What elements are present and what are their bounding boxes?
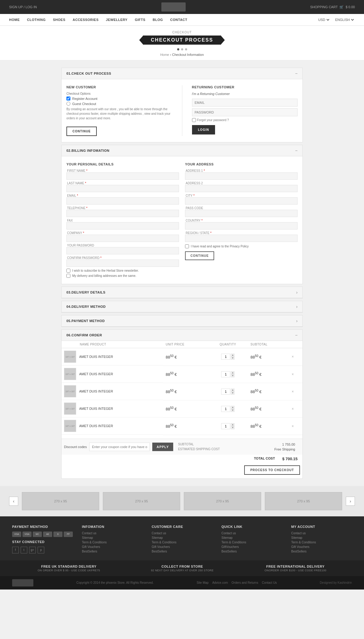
forgot-password-checkbox[interactable] [192, 118, 196, 122]
process-checkout-button[interactable]: PROCESS TO CHECKOUT [244, 465, 300, 475]
footer-care-gift[interactable]: Gift Vouchers [152, 545, 212, 549]
login-button[interactable]: LOGIN [192, 125, 215, 134]
qty-up-3[interactable]: ▲ [231, 406, 234, 409]
guest-checkout-radio[interactable] [66, 102, 70, 106]
strip-next-button[interactable]: › [346, 497, 355, 506]
country-input[interactable] [185, 222, 298, 229]
footer-quick-best[interactable]: BestSellers [221, 550, 282, 553]
footer-info-terms[interactable]: Term & Conditions [82, 541, 143, 544]
confirm-order-header[interactable]: 06.CONFIRM ORDER − [62, 330, 302, 341]
confirm-password-input[interactable] [66, 260, 179, 267]
company-input[interactable] [66, 235, 179, 242]
remove-button-1[interactable]: × [292, 372, 294, 376]
register-account-checkbox[interactable] [66, 97, 70, 100]
footer-care-best[interactable]: BestSellers [152, 550, 212, 553]
pinterest-icon[interactable]: p [38, 547, 44, 553]
qty-down-0[interactable]: ▼ [231, 357, 234, 360]
remove-button-3[interactable]: × [292, 407, 294, 411]
footer-quick-gift[interactable]: GiftVouchers [221, 545, 282, 549]
footer-info-contact[interactable]: Contact us [82, 532, 143, 535]
footer-quick-sitemap[interactable]: Sitemap [221, 536, 282, 539]
footer-info-best[interactable]: BestSellers [82, 550, 143, 553]
telephone-input[interactable] [66, 210, 179, 217]
qty-down-3[interactable]: ▼ [231, 409, 234, 412]
subscribe-checkbox[interactable] [66, 269, 70, 273]
footer-info-gift[interactable]: Gift Vouchers [82, 545, 143, 549]
qty-up-2[interactable]: ▲ [231, 389, 234, 392]
breadcrumb-home[interactable]: Home [160, 53, 169, 56]
qty-input-1[interactable] [221, 371, 230, 377]
nav-home[interactable]: HOME [9, 18, 20, 22]
step-dot-3 [185, 48, 187, 50]
nav-contact[interactable]: CONTACT [170, 18, 187, 22]
strip-prev-button[interactable]: ‹ [9, 497, 18, 506]
personal-details-col: YOUR PERSONAL DETAILS FIRST NAME * LAST … [66, 162, 179, 278]
payment-method-header[interactable]: 05.PAYMENT METHOD › [62, 315, 302, 327]
privacy-checkbox[interactable] [185, 244, 189, 248]
footer-account-gift[interactable]: Gift Vouchers [291, 545, 352, 549]
footer-care-terms[interactable]: Term & Conditions [152, 541, 212, 544]
billing-continue-button[interactable]: CONTINUE [185, 251, 214, 260]
qty-down-1[interactable]: ▼ [231, 374, 234, 377]
qty-down-2[interactable]: ▼ [231, 392, 234, 395]
footer-bottom-sitemap[interactable]: Site Map [197, 581, 208, 584]
city-input[interactable] [185, 197, 298, 205]
footer-info-sitemap[interactable]: Sitemap [82, 536, 143, 539]
footer-bottom-advice[interactable]: Advice.com [212, 581, 228, 584]
footer-care-contact[interactable]: Contact us [152, 532, 212, 535]
qty-up-4[interactable]: ▲ [231, 423, 234, 426]
facebook-icon[interactable]: f [12, 547, 19, 553]
qty-down-4[interactable]: ▼ [231, 426, 234, 429]
footer-account-sitemap[interactable]: Sitemap [291, 536, 352, 539]
same-address-checkbox[interactable] [66, 274, 70, 278]
billing-email-input[interactable] [66, 197, 179, 205]
remove-button-0[interactable]: × [292, 355, 294, 359]
new-customer-continue-button[interactable]: CONTINUE [66, 127, 97, 136]
signup-login-link[interactable]: SIGN UP / LOG IN [9, 5, 37, 9]
remove-button-4[interactable]: × [292, 424, 294, 428]
nav-blog[interactable]: BLOG [153, 18, 163, 22]
qty-input-2[interactable] [221, 389, 230, 395]
qty-input-3[interactable] [221, 406, 230, 412]
password-billing-input[interactable] [66, 247, 179, 254]
delivery-method-header[interactable]: 04.DELIVERY METHOD › [62, 301, 302, 312]
qty-up-1[interactable]: ▲ [231, 371, 234, 374]
nav-jewellery[interactable]: JEWELLERY [106, 18, 127, 22]
qty-input-0[interactable] [221, 354, 230, 360]
last-name-input[interactable] [66, 185, 179, 192]
footer-care-sitemap[interactable]: Sitemap [152, 536, 212, 539]
qty-input-4[interactable] [221, 423, 230, 429]
returning-password-input[interactable] [192, 108, 298, 116]
billing-header[interactable]: 02.BILLING INFOMATION − [62, 145, 302, 156]
google-plus-icon[interactable]: g+ [29, 547, 36, 553]
footer-bottom-contact[interactable]: Contact Us [262, 581, 277, 584]
discount-input[interactable] [89, 443, 150, 451]
nav-clothing[interactable]: CLOTHING [27, 18, 46, 22]
footer-quick-terms[interactable]: Term & Conditions [221, 541, 282, 544]
region-input[interactable] [185, 235, 298, 242]
subtotal-val-4: 8850 € [251, 424, 261, 429]
fax-input[interactable] [66, 222, 179, 229]
nav-gifts[interactable]: GIFTS [135, 18, 145, 22]
currency-select[interactable]: USD EUR GBP [317, 18, 330, 22]
footer-quick-contact[interactable]: Contact us [221, 532, 282, 535]
apply-button[interactable]: APPLY [152, 443, 173, 451]
nav-shoes[interactable]: SHOES [53, 18, 65, 22]
footer-account-contact[interactable]: Contact us [291, 532, 352, 535]
passcode-input[interactable] [185, 210, 298, 217]
address2-input[interactable] [185, 185, 298, 192]
first-name-input[interactable] [66, 172, 179, 180]
address1-input[interactable] [185, 172, 298, 180]
footer-account-terms[interactable]: Term & Conditions [291, 541, 352, 544]
delivery-details-header[interactable]: 03.DELIVERY DETAILS › [62, 287, 302, 298]
language-select[interactable]: ENGLISH FRENCH [334, 18, 355, 22]
footer-bottom-orders[interactable]: Orders and Returns [231, 581, 258, 584]
remove-button-2[interactable]: × [292, 389, 294, 394]
returning-email-input[interactable] [192, 99, 298, 107]
cart-info[interactable]: SHOPPING CART 🛒 $ 0.00 [310, 5, 355, 9]
checkout-process-header[interactable]: 01.CHECK OUT PROCESS − [62, 68, 302, 79]
twitter-icon[interactable]: t [21, 547, 27, 553]
qty-up-0[interactable]: ▲ [231, 354, 234, 357]
footer-account-best[interactable]: BestSellers [291, 550, 352, 553]
nav-accessories[interactable]: ACCESSORIES [72, 18, 99, 22]
